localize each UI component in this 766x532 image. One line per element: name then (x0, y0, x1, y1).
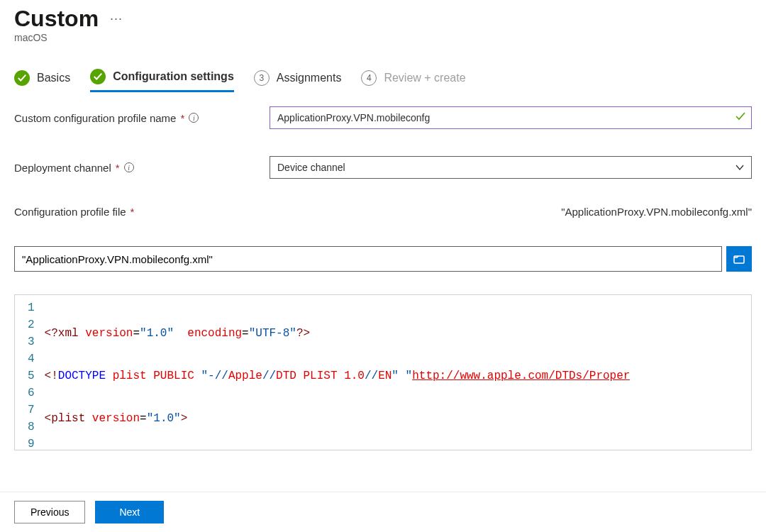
info-icon[interactable]: i (124, 162, 134, 172)
profile-name-label: Custom configuration profile name * i (14, 112, 270, 124)
deployment-channel-label: Deployment channel * i (14, 162, 270, 174)
required-marker: * (131, 206, 135, 218)
step-label: Basics (37, 72, 70, 84)
step-label: Review + create (384, 72, 465, 84)
step-label: Configuration settings (113, 70, 234, 83)
wizard-footer: Previous Next (0, 492, 766, 532)
step-number-icon: 4 (361, 70, 377, 86)
page-subtitle: macOS (14, 32, 752, 43)
step-basics[interactable]: Basics (14, 70, 70, 86)
step-assignments[interactable]: 3 Assignments (254, 70, 342, 86)
info-icon[interactable]: i (189, 113, 199, 123)
previous-button[interactable]: Previous (14, 501, 85, 523)
folder-open-icon (733, 253, 745, 265)
step-review-create[interactable]: 4 Review + create (361, 70, 465, 86)
check-icon (14, 70, 30, 86)
step-label: Assignments (277, 72, 342, 84)
config-file-summary: "ApplicationProxy.VPN.mobileconfg.xml" (561, 206, 752, 218)
step-number-icon: 3 (254, 70, 270, 86)
wizard-stepper: Basics Configuration settings 3 Assignme… (14, 69, 752, 87)
required-marker: * (116, 162, 120, 174)
step-configuration-settings[interactable]: Configuration settings (90, 69, 234, 92)
xml-editor[interactable]: 123456789 <?xml version="1.0" encoding="… (14, 294, 752, 450)
next-button[interactable]: Next (95, 501, 164, 523)
valid-check-icon (735, 111, 746, 125)
deployment-channel-select[interactable] (270, 156, 752, 179)
check-icon (90, 69, 106, 84)
profile-name-input[interactable] (270, 106, 752, 129)
line-number-gutter: 123456789 (15, 295, 45, 450)
code-body[interactable]: <?xml version="1.0" encoding="UTF-8"?> <… (45, 295, 631, 450)
required-marker: * (180, 112, 184, 124)
browse-file-button[interactable] (726, 246, 752, 272)
page-title: Custom (14, 6, 99, 32)
config-file-label: Configuration profile file * (14, 206, 270, 218)
config-file-path-input[interactable] (14, 246, 722, 272)
more-actions-icon[interactable]: ··· (110, 11, 123, 26)
